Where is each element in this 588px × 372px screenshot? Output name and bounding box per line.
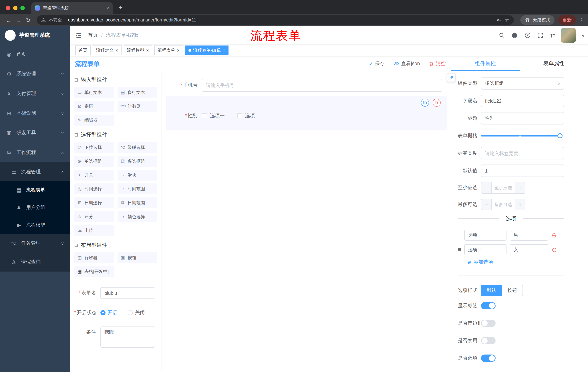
option-value-input[interactable] <box>510 230 548 241</box>
window-minimize-button[interactable] <box>13 6 18 10</box>
form-remark-textarea[interactable]: 嘿嘿 <box>100 327 155 348</box>
palette-item-multi-line-text[interactable]: ▤多行文本 <box>117 87 157 98</box>
key-icon[interactable] <box>496 17 502 23</box>
fullscreen-icon[interactable] <box>537 32 544 39</box>
github-icon[interactable] <box>511 32 518 39</box>
radio-open[interactable] <box>100 310 105 315</box>
tag-close-icon[interactable]: × <box>177 48 179 53</box>
sidebar-item-dev-tools[interactable]: ▣ 研发工具 ∨ <box>0 123 70 143</box>
palette-item-switch[interactable]: ◐开关 <box>74 170 114 181</box>
address-bar[interactable]: 不安全 dashboard.yudao.iocoder.cn/bpm/manag… <box>37 15 514 25</box>
max-select-input[interactable] <box>492 199 515 210</box>
palette-item-row-container[interactable]: ◫行容器 <box>74 252 114 263</box>
avatar-caret-icon[interactable]: ∨ <box>581 33 585 37</box>
clear-button[interactable]: 清空 <box>429 60 446 67</box>
slider-handle[interactable] <box>557 133 563 138</box>
tag-close-icon[interactable]: × <box>146 48 149 53</box>
slider-track[interactable] <box>481 135 562 137</box>
search-icon[interactable] <box>499 32 505 39</box>
phone-input[interactable] <box>202 79 442 92</box>
radio-closed[interactable] <box>128 310 133 315</box>
sidebar-item-home[interactable]: ◉ 首页 <box>0 44 70 64</box>
browser-update-button[interactable]: 更新 <box>558 15 576 25</box>
palette-item-counter[interactable]: 123计数器 <box>117 101 157 112</box>
checkbox-option-two[interactable] <box>237 113 242 118</box>
bookmark-star-icon[interactable]: ☆ <box>505 17 509 23</box>
palette-item-slider[interactable]: ↔滑块 <box>117 170 157 181</box>
palette-item-color-picker[interactable]: ◑颜色选择 <box>117 211 157 222</box>
increase-button[interactable]: + <box>515 199 525 210</box>
sidebar-item-leave-query[interactable]: ♙ 请假查询 <box>0 253 70 272</box>
save-button[interactable]: ✓ 保存 <box>369 60 385 67</box>
canvas-field-gender-selected[interactable]: *性别 选项一 选项二 <box>166 96 447 130</box>
decrease-button[interactable]: − <box>481 182 492 193</box>
palette-item-table[interactable]: ▦表格[开发中] <box>74 266 114 277</box>
sidebar-item-user-group[interactable]: ♟ 用户分组 <box>0 199 70 216</box>
tag-close-icon[interactable]: × <box>115 48 118 53</box>
user-avatar[interactable] <box>561 28 576 43</box>
remove-option-button[interactable]: ⊖ <box>552 232 557 238</box>
window-close-button[interactable] <box>6 6 10 10</box>
sidebar-item-payment-management[interactable]: ¥ 支付管理 ∨ <box>0 84 70 103</box>
sidebar-item-process-management[interactable]: ☰ 流程管理 ∧ <box>0 162 70 181</box>
tag-process-model[interactable]: 流程模型 × <box>124 45 152 55</box>
sidebar-item-process-form[interactable]: ▤ 流程表单 <box>0 181 70 199</box>
canvas-field-phone[interactable]: *手机号 <box>166 79 447 92</box>
palette-item-dropdown[interactable]: ◎下拉选择 <box>74 142 114 153</box>
canvas-field-gender[interactable]: *性别 选项一 选项二 <box>166 109 447 122</box>
form-canvas[interactable]: *手机号 *性别 <box>162 71 451 372</box>
palette-item-rate[interactable]: ☆评分 <box>74 211 114 222</box>
tab-close-icon[interactable]: × <box>106 5 109 11</box>
radio-closed-label[interactable]: 关闭 <box>135 309 145 316</box>
drag-handle-icon[interactable]: ≡ <box>458 232 461 238</box>
view-json-button[interactable]: 查看json <box>393 60 420 67</box>
checkbox-option-one-label[interactable]: 选项一 <box>210 112 225 119</box>
tab-form-props[interactable]: 表单属性 <box>520 56 588 71</box>
forward-button[interactable]: → <box>13 17 23 23</box>
sidebar-item-process-model[interactable]: ▶ 流程模型 <box>0 216 70 234</box>
style-default-button[interactable]: 默认 <box>481 285 502 296</box>
label-width-input[interactable] <box>481 147 564 159</box>
palette-item-single-line-text[interactable]: ▭单行文本 <box>74 87 114 98</box>
breadcrumb-home[interactable]: 首页 <box>88 32 98 39</box>
checkbox-option-one[interactable] <box>202 113 207 118</box>
border-switch[interactable] <box>481 319 496 327</box>
tag-home[interactable]: 首页 <box>75 45 91 55</box>
min-select-input[interactable] <box>492 182 515 193</box>
browser-tab[interactable]: 芋道管理系统 × <box>31 2 113 14</box>
sidebar-logo[interactable]: 芋道管理系统 <box>0 26 70 44</box>
tag-process-form-edit[interactable]: 流程表单-编辑 × <box>185 45 229 55</box>
help-icon[interactable] <box>525 32 531 39</box>
reload-button[interactable]: ↻ <box>23 17 33 23</box>
form-grid-slider[interactable] <box>481 130 564 142</box>
browser-menu-icon[interactable]: ⋮ <box>579 17 584 23</box>
copy-field-button[interactable] <box>421 99 429 107</box>
required-switch[interactable] <box>481 354 496 362</box>
component-type-select[interactable]: 多选框组 ∨ <box>481 77 564 90</box>
palette-item-cascader[interactable]: ⌥级联选择 <box>117 142 157 153</box>
palette-item-upload[interactable]: ☁上传 <box>74 225 114 236</box>
back-button[interactable]: ← <box>4 17 13 23</box>
delete-field-button[interactable] <box>433 99 441 107</box>
palette-item-checkbox-group[interactable]: ☑多选框组 <box>117 156 157 167</box>
new-tab-button[interactable]: + <box>119 4 123 11</box>
tag-close-icon[interactable]: × <box>223 48 225 53</box>
drag-handle-icon[interactable]: ≡ <box>458 247 461 253</box>
sidebar-collapse-button[interactable] <box>70 32 88 39</box>
remove-option-button[interactable]: ⊖ <box>552 247 557 253</box>
title-input[interactable] <box>481 112 564 125</box>
option-value-input[interactable] <box>510 244 548 255</box>
tag-process-definition[interactable]: 流程定义 × <box>93 45 121 55</box>
palette-item-date-picker[interactable]: ⊞日期选择 <box>74 197 114 208</box>
palette-item-time-picker[interactable]: ◷时间选择 <box>74 183 114 194</box>
increase-button[interactable]: + <box>515 182 525 193</box>
palette-item-password[interactable]: ⊠密码 <box>74 101 114 112</box>
checkbox-option-two-label[interactable]: 选项二 <box>245 112 260 119</box>
link-button[interactable] <box>447 73 456 82</box>
show-label-switch[interactable] <box>481 302 496 309</box>
sidebar-item-infrastructure[interactable]: ⊞ 基础设施 ∨ <box>0 103 70 123</box>
sidebar-item-system-management[interactable]: ⚙ 系统管理 ∨ <box>0 64 70 84</box>
sidebar-item-task-management[interactable]: ⌥ 任务管理 ∨ <box>0 234 70 253</box>
option-label-input[interactable] <box>464 230 507 241</box>
font-size-icon[interactable]: TT <box>550 32 555 38</box>
